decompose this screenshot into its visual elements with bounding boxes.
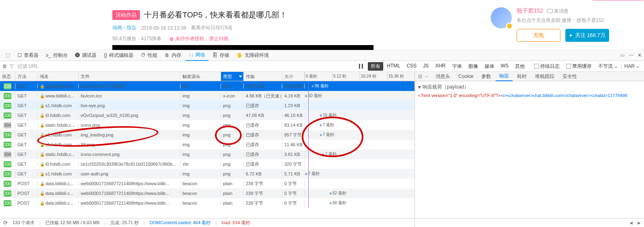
persist-logs-checkbox[interactable]: 持续日志 <box>534 63 560 70</box>
cell-waterfall: 10 毫秒 <box>305 110 414 120</box>
tab-debugger[interactable]: 🅓 调试器 <box>72 50 100 61</box>
tab-performance[interactable]: ⏱ 性能 <box>137 50 161 61</box>
close-devtools-icon[interactable]: ✕ <box>638 52 642 58</box>
cell-method: GET <box>15 162 38 166</box>
toggle-raw-icon[interactable]: ⊟ <box>418 74 422 79</box>
transferred-size: 已传输 12.50 MB / 8.03 MB <box>45 220 99 226</box>
table-row[interactable]: 200GET🔒s1.hdslb.comlive-eye.pngimgpng已缓存… <box>0 101 414 110</box>
cell-type: png <box>221 103 244 108</box>
filter-img[interactable]: 图像 <box>466 62 481 71</box>
follow-button[interactable]: +关注 168.7万 <box>565 29 609 42</box>
col-status[interactable]: 状态 <box>0 72 15 81</box>
table-row[interactable]: 200GET🔒s1.hdslb.comimg_loading.pngimgpng… <box>0 130 414 140</box>
filter-all[interactable]: 所有 <box>368 62 383 71</box>
table-row[interactable]: 200POST🔒data.bilibili.c...web00001715687… <box>0 179 414 188</box>
detail-tab-response[interactable]: 响应 <box>496 72 513 81</box>
danmu-count: 4175弹幕 <box>141 35 162 42</box>
clear-icon[interactable]: 🗑 <box>2 63 7 69</box>
cell-method: GET <box>15 103 38 108</box>
lock-icon: 🔒 <box>40 84 45 89</box>
filter-xhr[interactable]: XHR <box>432 62 448 71</box>
cell-size: 0 字节 <box>282 181 305 187</box>
load-time: load: 534 毫秒 <box>221 220 250 226</box>
col-waterfall[interactable]: 0 毫秒 5.12 秒 10.24 秒 15.36 秒 <box>305 72 414 81</box>
category-link-2[interactable]: 综合 <box>127 25 136 30</box>
table-row[interactable]: 200GET🔒api.bilibili.comlist.so?oid=11778… <box>0 81 414 91</box>
filter-font[interactable]: 字体 <box>449 62 465 71</box>
table-row[interactable]: 200GET🔒s1.hdslb.com33.pngimgpng已缓存11.46 … <box>0 140 414 149</box>
cell-file: list.so?oid=117784982 <box>79 84 180 89</box>
disable-cache-checkbox[interactable]: 禁用缓存 <box>566 63 592 70</box>
send-message-link[interactable]: 发消息 <box>547 8 569 15</box>
cell-size: 46.10 KB <box>282 113 305 118</box>
uploader-name[interactable]: 瓶子君152 <box>517 7 543 15</box>
reload-icon[interactable]: ⟳ <box>3 220 8 226</box>
url-filter-input[interactable]: 过滤 URL <box>16 62 356 71</box>
cell-type: png <box>221 171 244 176</box>
dock-icon[interactable]: ▭ <box>620 52 625 58</box>
more-icon[interactable]: ⋯ <box>629 52 633 58</box>
tab-console[interactable]: ≥_ 控制台 <box>43 50 71 61</box>
tab-inspector[interactable]: ☐ 查看器 <box>14 50 42 61</box>
inspector-picker-icon[interactable]: ⬚ <box>2 50 13 61</box>
filter-media[interactable]: 媒体 <box>482 62 497 71</box>
table-row[interactable]: 200GET🔒s1.hdslb.comuser-auth.pngimgpng6.… <box>0 169 414 179</box>
lock-icon: 🔒 <box>40 191 45 196</box>
tab-memory[interactable]: 🗎 内存 <box>161 50 185 61</box>
col-type[interactable]: 类型 <box>221 72 244 81</box>
table-row[interactable]: 200GET🔒i0.hdslb.comce1cf20203c303963e78c… <box>0 159 414 169</box>
response-body[interactable]: ▶响应载荷（payload） <?xml version="1.0" encod… <box>415 81 644 218</box>
cell-cause: beacon <box>180 181 221 186</box>
detail-tab-security[interactable]: 安全性 <box>559 72 581 81</box>
har-select[interactable]: HAR ⌄ <box>625 63 640 69</box>
tab-accessibility[interactable]: 🖐 无障碍环境 <box>233 50 272 61</box>
throttle-select[interactable]: 不节流 ⌄ <box>598 63 618 70</box>
col-file[interactable]: 文件 <box>79 72 180 81</box>
avatar[interactable] <box>491 7 512 28</box>
back-icon[interactable]: ← <box>425 74 429 79</box>
detail-tab-stack[interactable]: 堆栈跟踪 <box>531 72 558 81</box>
table-row[interactable]: 200POST🔒data.bilibili.c...web00001715687… <box>0 188 414 198</box>
forbid-icon: ⊘ <box>170 36 174 42</box>
scroll-left-icon[interactable]: ◄ <box>629 220 633 226</box>
table-row[interactable]: 304GET🔒static.hdslb.c...icons.pngimgpng已… <box>0 120 414 130</box>
filter-icon[interactable]: ▽ <box>10 63 13 69</box>
col-cause[interactable]: 触发源头 <box>180 72 221 81</box>
network-filter-bar: 🗑 ▽ 过滤 URL 所有 HTML CSS JS XHR 字体 图像 媒体 W… <box>0 61 644 72</box>
cell-cause: img <box>180 103 221 108</box>
col-domain[interactable]: 域名 <box>38 72 79 81</box>
cell-transferred: 6.72 KB <box>244 171 282 176</box>
table-row[interactable]: 304GET🔒static.hdslb.c...icons-comment.pn… <box>0 149 414 159</box>
col-method[interactable]: 方法 <box>15 72 38 81</box>
scroll-right-icon[interactable]: ► <box>637 220 642 226</box>
tab-storage[interactable]: 🗄 存储 <box>209 50 232 61</box>
table-row[interactable]: 200GET🔒www.bilibili.c...favicon.icoimgx-… <box>0 91 414 101</box>
detail-tab-cookies[interactable]: Cookie <box>455 72 477 81</box>
cell-cause: img <box>180 93 221 98</box>
detail-tab-headers[interactable]: 消息头 <box>432 72 454 81</box>
request-count: 133 个请求 <box>13 220 34 226</box>
detail-tab-params[interactable]: 参数 <box>478 72 495 81</box>
tab-style-editor[interactable]: {} 样式编辑器 <box>101 50 137 61</box>
cell-type: x-icon <box>221 93 244 98</box>
charge-button[interactable]: 充电 <box>517 29 560 42</box>
category-link-1[interactable]: 动画 <box>112 25 122 30</box>
table-row[interactable]: 200POST🔒data.bilibili.c...web00001715687… <box>0 198 414 208</box>
cell-method: POST <box>15 181 38 186</box>
status-badge: 200 <box>4 142 11 148</box>
table-row[interactable]: 200GET🔒i0.hdslb.comeOvOzqxsd_w320_h100.p… <box>0 110 414 120</box>
cell-transferred: 35.94 KB <box>244 84 282 89</box>
filter-js[interactable]: JS <box>420 62 431 71</box>
filter-other[interactable]: 其他 <box>512 62 528 71</box>
cell-waterfall: 7 毫秒 <box>305 130 414 140</box>
col-size[interactable]: 大小 <box>282 72 305 81</box>
col-transferred[interactable]: 传输 <box>244 72 282 81</box>
cell-domain: 🔒s1.hdslb.com <box>38 103 79 108</box>
filter-ws[interactable]: WS <box>498 62 511 71</box>
pause-icon[interactable] <box>359 64 363 69</box>
filter-html[interactable]: HTML <box>384 62 403 71</box>
tab-network[interactable]: ↑↓ 网络 <box>185 50 208 61</box>
filter-css[interactable]: CSS <box>404 62 420 71</box>
detail-tab-timing[interactable]: 耗时 <box>513 72 530 81</box>
cell-waterfall: 58 毫秒 <box>305 198 414 208</box>
